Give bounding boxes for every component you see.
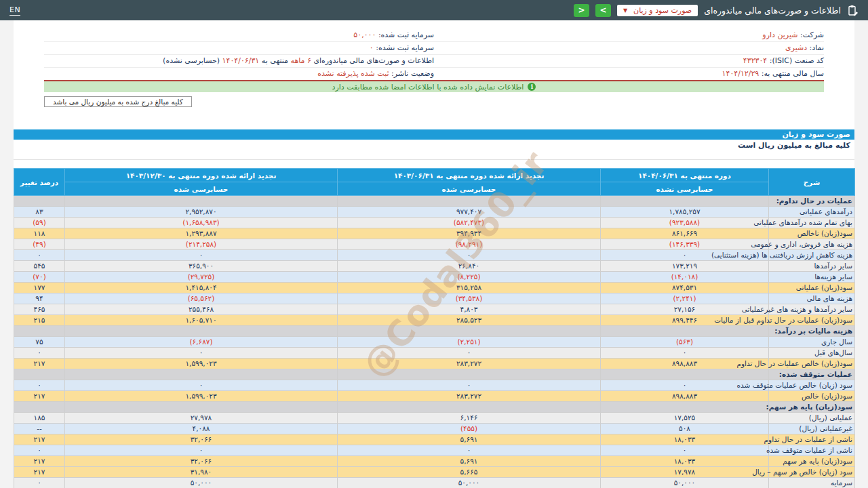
cell-period-restated-6m: ۵,۶۹۱ [338, 456, 601, 467]
cell-change-percent: (۴۹) [14, 239, 65, 250]
table-row: عملیاتی (ریال)۱۷,۵۲۵۶,۱۴۶۲۷,۹۷۸۱۸۵ [14, 413, 855, 424]
cell-period-restated-6m: ۰ [338, 250, 601, 261]
period-duration: ۶ ماهه [291, 56, 311, 65]
table-row: هزینه های فروش، اداری و عمومی(۱۴۶,۳۳۹)(۹… [14, 239, 855, 250]
period-prefix: اطلاعات و صورت‌های مالی میاندوره‌ای [313, 56, 434, 65]
cell-period-current [601, 402, 769, 413]
chevron-down-icon: ▼ [623, 7, 627, 14]
cell-description: غیرعملیاتی (ریال) [769, 424, 855, 434]
col-change-percent: درصد تغییر [14, 169, 65, 196]
col-period-restated-annual: تجدید ارائه شده دوره منتهی به ۱۴۰۳/۱۲/۳۰ [65, 169, 338, 182]
cell-period-restated-annual: ۱,۵۹۹,۰۲۳ [65, 391, 338, 402]
statement-title-bar: صورت سود و زیان [14, 129, 854, 140]
cell-description: سال جاری [769, 337, 855, 348]
cell-description: هزینه های فروش، اداری و عمومی [769, 239, 855, 250]
cell-period-restated-6m: ۲۸۵,۵۲۳ [338, 315, 601, 326]
cell-period-current: ۵۰۸ [601, 424, 769, 434]
info-icon: i [528, 83, 536, 91]
cell-period-current: (۱۴,۰۱۸) [601, 272, 769, 283]
table-row: سود(زیان) پایه هر سهم۱۸,۰۳۳۵,۶۹۱۳۲,۰۶۶۲۱… [14, 456, 855, 467]
publisher-status-label: وضعیت ناشر: [391, 69, 434, 78]
cell-period-restated-annual: ۲۵۵,۴۶۸ [65, 304, 338, 315]
cell-period-restated-6m: ۳۹۴,۹۳۴ [338, 228, 601, 239]
company-label: شرکت: [800, 30, 824, 39]
cell-period-restated-annual: ۲,۹۵۲,۸۷۰ [65, 207, 338, 218]
cell-description: درآمدهای عملیاتی [769, 207, 855, 218]
profit-loss-table: شرح دوره منتهی به ۱۴۰۴/۰۶/۳۱ تجدید ارائه… [14, 168, 855, 488]
cell-change-percent: ۵۴۵ [14, 261, 65, 272]
cell-period-current: ۱۷,۹۷۸ [601, 467, 769, 478]
cell-period-current: ۱۸,۰۳۳ [601, 434, 769, 445]
isic-label: کد صنعت (ISIC): [770, 56, 824, 65]
cell-change-percent [14, 402, 65, 413]
cell-change-percent: ۰ [14, 250, 65, 261]
info-row: شرکت: شیرین دارو سرمایه ثبت شده: ۵۰,۰۰۰ [44, 28, 824, 41]
table-subheader-row: حسابرسی نشده حسابرسی شده حسابرسی شده [14, 182, 855, 196]
table-row: غیرعملیاتی (ریال)۵۰۸(۴۵۵)۴,۰۸۸-- [14, 424, 855, 434]
audit-current: حسابرسی نشده [601, 182, 769, 196]
cell-description: سایر درآمدها و هزینه های غیرعملیاتی [769, 304, 855, 315]
table-row: ناشی از عملیات متوقف شده۰۰۰۰ [14, 445, 855, 456]
cell-description: هزینه مالیات بر درآمد: [769, 326, 855, 337]
symbol-value: دشیری [785, 43, 807, 52]
table-row: سود(زیان) خالص۸۹۸,۸۸۳۲۸۳,۲۷۲۱,۵۹۹,۰۲۳۲۱۷ [14, 391, 855, 402]
company-cell: شرکت: شیرین دارو [434, 28, 824, 41]
topbar-controls: اطلاعات و صورت‌های مالی میاندوره‌ای صورت… [574, 4, 859, 17]
table-row: سایر درآمدها و هزینه های غیرعملیاتی۲۷,۱۵… [14, 304, 855, 315]
cell-period-current: ۱,۷۸۵,۲۵۷ [601, 207, 769, 218]
col-period-current: دوره منتهی به ۱۴۰۴/۰۶/۳۱ [601, 169, 769, 182]
col-description: شرح [769, 169, 855, 196]
cell-period-restated-6m: ۹۷۷,۴۰۷ [338, 207, 601, 218]
company-info-section: شرکت: شیرین دارو سرمایه ثبت شده: ۵۰,۰۰۰ … [14, 20, 854, 92]
cell-period-restated-6m: ۰ [338, 380, 601, 391]
period-date: ۱۴۰۴/۰۶/۳۱ [222, 56, 260, 65]
cell-period-current [601, 196, 769, 207]
company-info-table: شرکت: شیرین دارو سرمایه ثبت شده: ۵۰,۰۰۰ … [44, 28, 824, 80]
cell-period-restated-annual: ۴,۰۸۸ [65, 424, 338, 434]
table-row: هزینه های مالی(۲,۲۴۱)(۳۴,۵۳۸)(۶۵,۵۶۲)۹۴ [14, 293, 855, 304]
cell-period-restated-6m: (۳۴,۵۳۸) [338, 293, 601, 304]
table-row: سود (زیان) خالص عملیات متوقف شده۰۰۰۰ [14, 380, 855, 391]
cell-description: سود (زیان) خالص هر سهم – ریال [769, 467, 855, 478]
cell-change-percent: ۲۱۷ [14, 391, 65, 402]
cell-period-current: ۱۸,۰۳۳ [601, 456, 769, 467]
previous-statement-button[interactable]: < [574, 4, 589, 17]
audit-restated-6m: حسابرسی شده [338, 182, 601, 196]
col-period-restated-6m: تجدید ارائه شده دوره منتهی به ۱۴۰۳/۰۶/۳۱ [338, 169, 601, 182]
info-row: سال مالی منتهی به: ۱۴۰۴/۱۲/۲۹ وضعیت ناشر… [44, 67, 824, 80]
cell-description: سود(زیان) پایه هر سهم: [769, 402, 855, 413]
cell-description: بهای تمام شده درآمدهای عملیاتی [769, 218, 855, 228]
period-middle: منتهی به [262, 56, 288, 65]
isic-value: ۴۳۲۳۰۴ [743, 56, 767, 65]
table-row: سود (زیان) خالص هر سهم – ریال۱۷,۹۷۸۵,۶۶۵… [14, 467, 855, 478]
cell-change-percent: ۲۱۷ [14, 467, 65, 478]
cell-period-restated-annual: ۱,۲۹۳,۸۸۷ [65, 228, 338, 239]
cell-change-percent: ۱۷۷ [14, 283, 65, 293]
cell-period-restated-annual: ۳۲,۰۶۶ [65, 456, 338, 467]
cell-period-restated-annual [65, 369, 338, 380]
cell-change-percent: ۲۱۷ [14, 456, 65, 467]
language-toggle[interactable]: EN [9, 5, 20, 16]
cell-period-restated-6m: ۲۶,۸۴۰ [338, 261, 601, 272]
cell-period-current: (۱۴۶,۳۳۹) [601, 239, 769, 250]
cell-period-current: ۸۷۴,۵۳۱ [601, 283, 769, 293]
cell-change-percent: ۲۱۷ [14, 434, 65, 445]
cell-change-percent: ۰ [14, 380, 65, 391]
section-row: عملیات در حال تداوم: [14, 196, 855, 207]
table-row: درآمدهای عملیاتی۱,۷۸۵,۲۵۷۹۷۷,۴۰۷۲,۹۵۲,۸۷… [14, 207, 855, 218]
cell-period-restated-6m: ۶,۱۴۶ [338, 413, 601, 424]
cell-period-restated-annual: (۱,۶۵۸,۹۸۳) [65, 218, 338, 228]
next-statement-button[interactable]: > [595, 4, 611, 17]
cell-description: سال‌های قبل [769, 348, 855, 359]
fiscal-year-cell: سال مالی منتهی به: ۱۴۰۴/۱۲/۲۹ [434, 67, 824, 80]
cell-description: ناشی از عملیات متوقف شده [769, 445, 855, 456]
cell-description: سود(زیان) عملیات در حال تداوم قبل از مال… [769, 315, 855, 326]
cell-change-percent: ۰ [14, 445, 65, 456]
cell-change-percent: ۲۱۷ [14, 359, 65, 369]
statement-type-dropdown[interactable]: صورت سود و زیان ▼ [617, 5, 698, 16]
cell-period-restated-annual: ۳۱,۹۸۰ [65, 467, 338, 478]
cell-description: سود(زیان) خالص [769, 391, 855, 402]
section-row: سود(زیان) پایه هر سهم: [14, 402, 855, 413]
cell-change-percent: ۰ [14, 348, 65, 359]
cell-period-current: (۵۶۳) [601, 337, 769, 348]
